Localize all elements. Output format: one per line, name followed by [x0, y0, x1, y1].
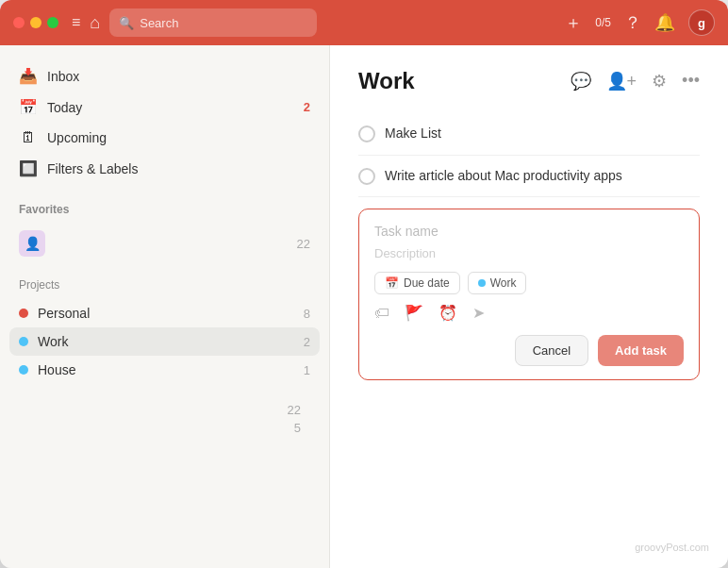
panel-actions: 💬 👤+ ⚙ ••• [571, 71, 700, 92]
today-icon: 📅 [19, 98, 38, 116]
sidebar: 📥 Inbox 📅 Today 2 🗓 Upcoming 🔲 Filters &… [0, 45, 330, 568]
panel-title: Work [358, 68, 571, 94]
favorites-count: 22 [297, 237, 310, 251]
task-desc-input[interactable] [374, 246, 684, 260]
notification-icon[interactable]: 🔔 [654, 12, 675, 33]
task-item-1[interactable]: Make List [358, 113, 700, 156]
calendar-icon: 📅 [385, 276, 399, 290]
task-radio-2[interactable] [358, 168, 375, 185]
house-count: 1 [304, 363, 310, 377]
upcoming-icon: 🗓 [19, 129, 38, 146]
personal-count: 8 [304, 307, 310, 321]
task-text-2: Write article about Mac productivity app… [385, 167, 622, 186]
project-personal[interactable]: Personal 8 [9, 299, 320, 327]
favorites-title: Favorites [19, 203, 310, 216]
work-pill[interactable]: Work [468, 272, 527, 294]
title-bar: ≡ ⌂ 🔍 Search ＋ 0/5 ？ 🔔 g [0, 0, 728, 45]
minimize-button[interactable] [30, 17, 41, 28]
footer-count2: 5 [19, 421, 310, 435]
upcoming-label: Upcoming [47, 130, 310, 145]
avatar[interactable]: g [688, 9, 715, 36]
inbox-label: Inbox [47, 69, 310, 84]
filters-label: Filters & Labels [47, 161, 310, 176]
label-icon[interactable]: 🏷 [374, 305, 389, 322]
progress-badge: 0/5 [595, 16, 611, 29]
work-count: 2 [304, 335, 310, 349]
panel-header: Work 💬 👤+ ⚙ ••• [358, 68, 700, 94]
inbox-icon: 📥 [19, 67, 38, 85]
search-icon: 🔍 [119, 16, 134, 30]
main-content: 📥 Inbox 📅 Today 2 🗓 Upcoming 🔲 Filters &… [0, 45, 728, 568]
personal-dot [19, 309, 28, 318]
projects-section: Projects Personal 8 Work 2 House 1 [0, 278, 329, 384]
personal-label: Personal [38, 306, 294, 321]
form-icons-row: 🏷 🚩 ⏰ ➤ [374, 304, 684, 322]
projects-title: Projects [19, 278, 310, 292]
right-panel: Work 💬 👤+ ⚙ ••• Make List Write article … [330, 45, 728, 568]
watermark: groovyPost.com [635, 542, 709, 553]
add-task-button[interactable]: Add task [598, 335, 684, 366]
form-pills-row: 📅 Due date Work [374, 272, 684, 294]
maximize-button[interactable] [47, 17, 58, 28]
add-member-icon[interactable]: 👤+ [606, 71, 637, 92]
sidebar-item-upcoming[interactable]: 🗓 Upcoming [9, 123, 320, 153]
move-icon[interactable]: ➤ [472, 304, 485, 322]
sidebar-item-today[interactable]: 📅 Today 2 [9, 92, 320, 123]
sidebar-item-filters[interactable]: 🔲 Filters & Labels [9, 153, 320, 184]
task-name-input[interactable] [374, 224, 684, 239]
today-label: Today [47, 100, 294, 115]
work-label: Work [38, 334, 294, 349]
menu-icon[interactable]: ≡ [72, 14, 80, 31]
today-badge: 2 [304, 100, 310, 114]
favorites-item[interactable]: 👤 22 [19, 224, 310, 263]
more-icon[interactable]: ••• [682, 71, 700, 92]
filters-icon: 🔲 [19, 159, 38, 177]
traffic-lights [13, 17, 58, 28]
flag-icon[interactable]: 🚩 [405, 304, 423, 322]
form-actions: Cancel Add task [374, 335, 684, 366]
favorites-icon: 👤 [19, 230, 45, 257]
sidebar-item-inbox[interactable]: 📥 Inbox [9, 60, 320, 92]
comment-icon[interactable]: 💬 [571, 71, 591, 92]
favorites-section: Favorites 👤 22 [0, 203, 329, 263]
task-radio-1[interactable] [358, 125, 375, 142]
add-icon[interactable]: ＋ [565, 11, 582, 34]
work-pill-label: Work [490, 276, 517, 290]
project-house[interactable]: House 1 [9, 356, 320, 384]
project-work[interactable]: Work 2 [9, 327, 320, 356]
app-window: ≡ ⌂ 🔍 Search ＋ 0/5 ？ 🔔 g 📥 Inbox 📅 T [0, 0, 728, 568]
cancel-button[interactable]: Cancel [515, 335, 588, 366]
due-date-pill[interactable]: 📅 Due date [374, 272, 460, 294]
close-button[interactable] [13, 17, 25, 28]
footer-count1: 22 [19, 403, 310, 417]
house-label: House [38, 362, 294, 377]
task-item-2[interactable]: Write article about Mac productivity app… [358, 156, 700, 198]
reminder-icon[interactable]: ⏰ [438, 304, 457, 322]
home-icon[interactable]: ⌂ [90, 13, 100, 33]
work-pill-dot [478, 279, 486, 287]
sidebar-footer: 22 5 [0, 403, 329, 439]
sidebar-nav: 📥 Inbox 📅 Today 2 🗓 Upcoming 🔲 Filters &… [0, 60, 329, 184]
settings-icon[interactable]: ⚙ [652, 71, 667, 92]
due-date-label: Due date [404, 276, 450, 290]
title-bar-right: ＋ 0/5 ？ 🔔 g [565, 9, 715, 36]
task-list: Make List Write article about Mac produc… [358, 113, 700, 197]
search-bar[interactable]: 🔍 Search [109, 8, 317, 37]
house-dot [19, 365, 28, 375]
add-task-form: 📅 Due date Work 🏷 🚩 ⏰ ➤ Cancel [358, 209, 700, 380]
work-dot [19, 337, 28, 346]
task-text-1: Make List [385, 125, 441, 143]
help-icon[interactable]: ？ [624, 11, 641, 34]
search-placeholder: Search [140, 16, 178, 30]
